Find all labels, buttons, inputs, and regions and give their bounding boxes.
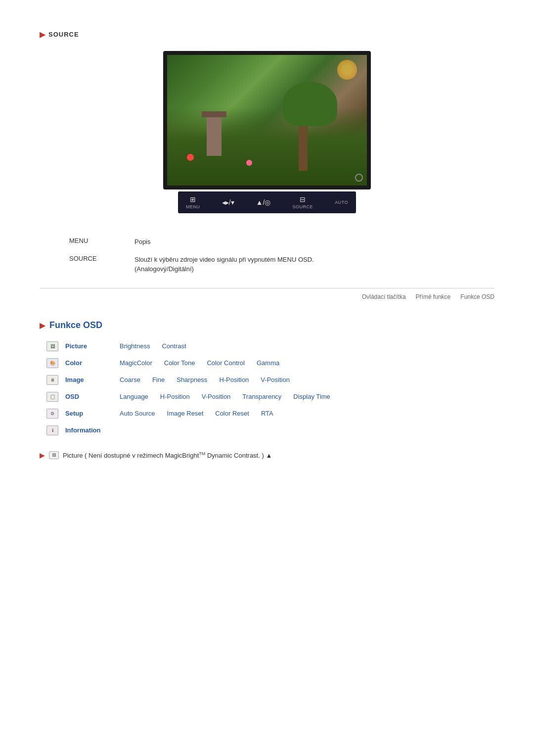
osd-item-fine[interactable]: Fine — [152, 376, 165, 383]
osd-item-colorreset[interactable]: Color Reset — [215, 410, 249, 417]
osd-item-language[interactable]: Language — [120, 393, 148, 400]
osd-icon: 📋 — [46, 392, 58, 402]
picture-note: ▶ 🖼 Picture ( Není dostupné v režimech M… — [40, 451, 494, 459]
source-row-desc: Slouží k výběru zdroje video signálu při… — [134, 251, 465, 278]
funkce-arrow-icon: ▶ — [40, 321, 45, 330]
picture-items: Brightness Contrast — [120, 342, 186, 350]
osd-item-contrast[interactable]: Contrast — [162, 342, 186, 350]
color-category[interactable]: Color — [65, 359, 120, 367]
image-category[interactable]: Image — [65, 376, 120, 383]
ctrl-arrows[interactable]: ◂▸/▾ — [222, 198, 234, 206]
picture-icon: 🖼 — [46, 341, 58, 351]
info-icon: ℹ — [46, 425, 58, 435]
ctrl-menu[interactable]: ⊞ MENU — [186, 195, 200, 209]
menu-icon: ⊞ — [190, 195, 196, 203]
ctrl-auto-label: AUTO — [335, 200, 348, 205]
osd-item-magiccolor[interactable]: MagicColor — [120, 359, 152, 367]
osd-item-autosource[interactable]: Auto Source — [120, 410, 155, 417]
osd-item-vposition-image[interactable]: V-Position — [261, 376, 290, 383]
funkce-title: Funkce OSD — [49, 320, 102, 331]
information-category[interactable]: Information — [65, 426, 120, 434]
breadcrumb: Ovládací tlačítka Přímé funkce Funkce OS… — [40, 288, 494, 300]
osd-item-gamma[interactable]: Gamma — [257, 359, 279, 367]
monitor-circle-icon — [355, 174, 363, 182]
osd-item-brightness[interactable]: Brightness — [120, 342, 150, 350]
ctrl-brightness[interactable]: ▲/◎ — [256, 198, 271, 206]
col-popis-header: Popis — [134, 233, 465, 251]
image-items: Coarse Fine Sharpness H-Position V-Posit… — [120, 376, 290, 383]
setup-items: Auto Source Image Reset Color Reset RTA — [120, 410, 273, 417]
osd-row-setup: ⚙ Setup Auto Source Image Reset Color Re… — [44, 408, 494, 420]
brightness-icon: ▲/◎ — [256, 198, 271, 206]
source-table: MENU Popis SOURCE Slouží k výběru zdroje… — [69, 233, 465, 278]
picture-category[interactable]: Picture — [65, 342, 120, 350]
ctrl-source[interactable]: ⊟ SOURCE — [293, 195, 313, 209]
osd-item-colorcontrol[interactable]: Color Control — [207, 359, 245, 367]
breadcrumb-item-prime[interactable]: Přímé funkce — [416, 293, 451, 300]
osd-row-image: 🖥 Image Coarse Fine Sharpness H-Position… — [44, 374, 494, 386]
source-header: ▶ SOURCE — [40, 30, 494, 39]
osd-category[interactable]: OSD — [65, 393, 120, 400]
color-icon-cell: 🎨 — [44, 357, 60, 369]
setup-icon: ⚙ — [46, 409, 58, 419]
osd-icon-cell: 📋 — [44, 391, 60, 403]
osd-item-transparency[interactable]: Transparency — [242, 393, 281, 400]
osd-item-vposition-osd[interactable]: V-Position — [202, 393, 231, 400]
ctrl-auto[interactable]: AUTO — [335, 200, 348, 205]
osd-row-picture: 🖼 Picture Brightness Contrast — [44, 340, 494, 352]
osd-item-colortone[interactable]: Color Tone — [164, 359, 195, 367]
control-bar: ⊞ MENU ◂▸/▾ ▲/◎ ⊟ SOURCE AUTO — [178, 191, 356, 213]
col-menu-header: MENU — [69, 233, 134, 251]
setup-icon-cell: ⚙ — [44, 408, 60, 420]
osd-row-color: 🎨 Color MagicColor Color Tone Color Cont… — [44, 357, 494, 369]
ctrl-menu-label: MENU — [186, 204, 200, 209]
info-icon-cell: ℹ — [44, 425, 60, 436]
osd-table: 🖼 Picture Brightness Contrast 🎨 Color Ma… — [44, 340, 494, 436]
source-arrow-icon: ▶ — [40, 30, 45, 39]
table-row: SOURCE Slouží k výběru zdroje video sign… — [69, 251, 465, 278]
setup-category[interactable]: Setup — [65, 410, 120, 417]
picture-icon-cell: 🖼 — [44, 340, 60, 352]
monitor-screen — [163, 51, 371, 189]
osd-item-rta[interactable]: RTA — [261, 410, 273, 417]
note-picture-icon: 🖼 — [49, 451, 59, 459]
color-icon: 🎨 — [46, 358, 58, 368]
osd-row-osd: 📋 OSD Language H-Position V-Position Tra… — [44, 391, 494, 403]
osd-item-hposition-image[interactable]: H-Position — [219, 376, 249, 383]
breadcrumb-item-controls[interactable]: Ovládací tlačítka — [362, 293, 406, 300]
arrows-icon: ◂▸/▾ — [222, 198, 234, 206]
color-items: MagicColor Color Tone Color Control Gamm… — [120, 359, 279, 367]
source-ctrl-icon: ⊟ — [300, 195, 306, 203]
osd-item-coarse[interactable]: Coarse — [120, 376, 140, 383]
osd-row-information: ℹ Information — [44, 425, 494, 436]
image-icon-cell: 🖥 — [44, 374, 60, 386]
osd-item-hposition-osd[interactable]: H-Position — [160, 393, 190, 400]
osd-item-displaytime[interactable]: Display Time — [293, 393, 330, 400]
note-text: Picture ( Není dostupné v režimech Magic… — [63, 451, 272, 459]
monitor-display: ⊞ MENU ◂▸/▾ ▲/◎ ⊟ SOURCE AUTO — [40, 51, 494, 213]
image-icon: 🖥 — [46, 375, 58, 385]
source-row-label: SOURCE — [69, 251, 134, 278]
ctrl-source-label: SOURCE — [293, 204, 313, 209]
breadcrumb-item-osd[interactable]: Funkce OSD — [460, 293, 494, 300]
osd-item-sharpness[interactable]: Sharpness — [177, 376, 207, 383]
osd-items: Language H-Position V-Position Transpare… — [120, 393, 330, 400]
osd-item-imagereset[interactable]: Image Reset — [167, 410, 204, 417]
note-arrow-icon: ▶ — [40, 451, 45, 459]
source-label: SOURCE — [48, 31, 79, 38]
funkce-osd-header: ▶ Funkce OSD — [40, 320, 494, 331]
